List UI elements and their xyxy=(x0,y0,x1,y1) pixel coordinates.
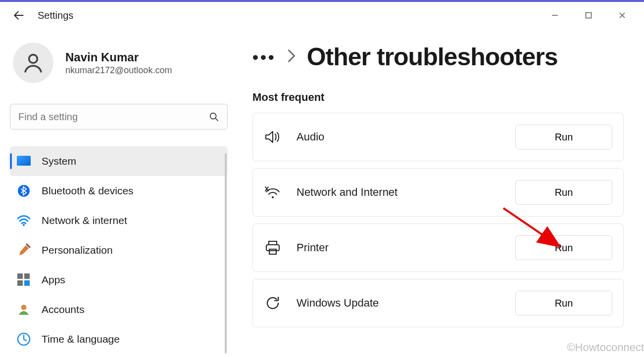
troubleshooter-label: Printer xyxy=(297,241,500,254)
sidebar-item-system[interactable]: System xyxy=(10,146,228,176)
clock-globe-icon xyxy=(17,332,31,346)
svg-rect-11 xyxy=(24,280,30,286)
minimize-icon xyxy=(551,12,558,19)
breadcrumb-overflow-icon[interactable]: ••• xyxy=(252,47,276,67)
run-button-network[interactable]: Run xyxy=(515,180,612,205)
back-button[interactable] xyxy=(9,5,29,25)
svg-rect-15 xyxy=(269,241,277,245)
maximize-icon xyxy=(585,12,592,19)
svg-rect-10 xyxy=(17,280,23,286)
troubleshooter-card-windows-update: Windows Update Run xyxy=(252,279,624,327)
profile-name: Navin Kumar xyxy=(65,50,172,64)
paintbrush-icon xyxy=(17,243,31,257)
back-arrow-icon xyxy=(12,9,25,22)
sidebar-item-label: Network & internet xyxy=(42,215,127,226)
titlebar: Settings xyxy=(0,2,644,29)
search-input[interactable] xyxy=(18,111,208,123)
sidebar-item-personalization[interactable]: Personalization xyxy=(10,235,228,265)
sidebar-item-network[interactable]: Network & internet xyxy=(10,206,228,235)
svg-point-7 xyxy=(23,224,25,226)
network-icon xyxy=(264,183,282,201)
sidebar: Navin Kumar nkumar2172@outlook.com Syste… xyxy=(0,29,233,354)
audio-icon xyxy=(264,128,282,146)
run-button-printer[interactable]: Run xyxy=(515,235,612,260)
update-icon xyxy=(264,294,282,312)
apps-icon xyxy=(17,273,31,287)
sidebar-scrollbar[interactable] xyxy=(225,153,227,354)
close-icon xyxy=(619,12,626,19)
troubleshooter-label: Windows Update xyxy=(297,297,500,310)
svg-rect-17 xyxy=(269,249,276,254)
sidebar-item-apps[interactable]: Apps xyxy=(10,265,228,295)
svg-rect-16 xyxy=(266,245,279,251)
person-icon xyxy=(21,51,45,75)
svg-line-4 xyxy=(215,118,218,121)
window-controls xyxy=(547,7,635,23)
page-title: Other troubleshooters xyxy=(307,43,558,71)
minimize-button[interactable] xyxy=(547,7,563,23)
main-content: ••• Other troubleshooters Most frequent … xyxy=(233,29,644,354)
sidebar-item-label: Time & language xyxy=(42,333,120,345)
section-heading-most-frequent: Most frequent xyxy=(252,91,629,104)
bluetooth-icon xyxy=(17,184,31,198)
run-button-audio[interactable]: Run xyxy=(515,125,612,149)
troubleshooter-list: Audio Run Network and Internet Run Print… xyxy=(252,113,629,327)
troubleshooter-label: Audio xyxy=(297,131,500,143)
sidebar-item-label: Personalization xyxy=(42,244,113,256)
svg-rect-5 xyxy=(17,156,31,166)
svg-rect-8 xyxy=(17,273,23,279)
system-icon xyxy=(17,154,31,168)
run-button-windows-update[interactable]: Run xyxy=(515,291,612,315)
watermark-text: ©Howtoconnect xyxy=(567,341,644,354)
troubleshooter-card-network: Network and Internet Run xyxy=(252,168,624,217)
svg-rect-1 xyxy=(586,13,592,18)
profile-email: nkumar2172@outlook.com xyxy=(65,65,172,76)
avatar xyxy=(13,43,53,83)
search-box[interactable] xyxy=(10,104,228,130)
troubleshooter-label: Network and Internet xyxy=(297,186,500,199)
printer-icon xyxy=(264,239,282,257)
search-icon xyxy=(208,111,219,122)
sidebar-item-time-language[interactable]: Time & language xyxy=(10,324,228,354)
svg-point-14 xyxy=(272,196,274,198)
sidebar-item-label: Apps xyxy=(42,274,65,286)
sidebar-item-accounts[interactable]: Accounts xyxy=(10,295,228,324)
maximize-button[interactable] xyxy=(581,7,596,23)
svg-point-12 xyxy=(21,305,27,310)
svg-rect-9 xyxy=(24,273,30,279)
chevron-right-icon xyxy=(287,49,296,65)
sidebar-item-bluetooth[interactable]: Bluetooth & devices xyxy=(10,176,228,206)
app-title: Settings xyxy=(38,10,73,21)
svg-point-2 xyxy=(29,55,38,63)
accounts-icon xyxy=(17,303,31,316)
profile-block[interactable]: Navin Kumar nkumar2172@outlook.com xyxy=(10,38,228,95)
close-button[interactable] xyxy=(614,7,630,23)
sidebar-item-label: Accounts xyxy=(42,304,84,315)
troubleshooter-card-audio: Audio Run xyxy=(252,113,624,161)
nav-list: System Bluetooth & devices Network & int… xyxy=(10,146,228,354)
wifi-icon xyxy=(17,214,31,227)
breadcrumb: ••• Other troubleshooters xyxy=(252,43,629,71)
sidebar-item-label: Bluetooth & devices xyxy=(42,185,134,197)
troubleshooter-card-printer: Printer Run xyxy=(252,223,624,272)
sidebar-item-label: System xyxy=(42,155,76,167)
